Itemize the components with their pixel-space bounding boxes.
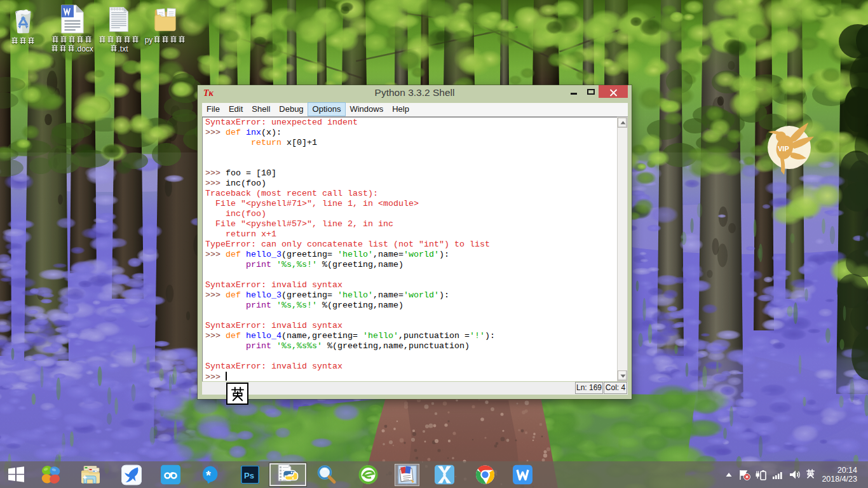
svg-text:Ps: Ps — [244, 471, 254, 480]
svg-text:*: * — [206, 468, 211, 482]
svg-text:VIP: VIP — [778, 145, 789, 152]
